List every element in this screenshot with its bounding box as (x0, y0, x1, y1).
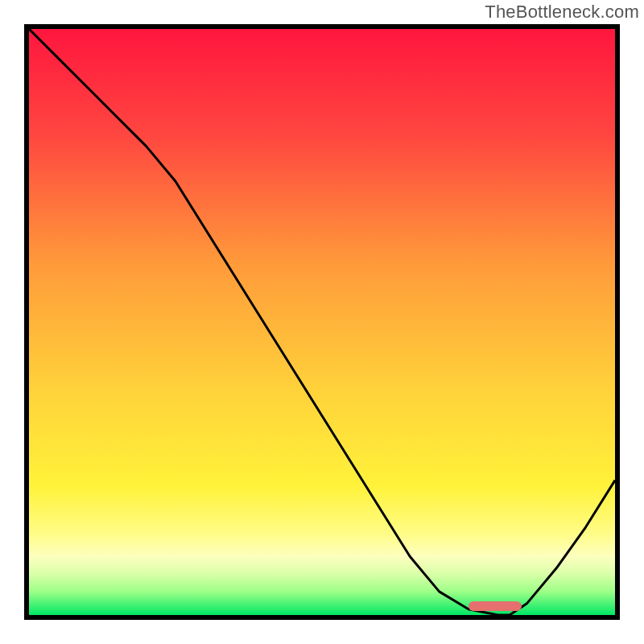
chart-container: TheBottleneck.com (0, 0, 644, 644)
optimal-marker (469, 601, 522, 611)
bottleneck-curve (29, 29, 615, 615)
plot-area (24, 24, 620, 620)
watermark-text: TheBottleneck.com (485, 2, 639, 23)
